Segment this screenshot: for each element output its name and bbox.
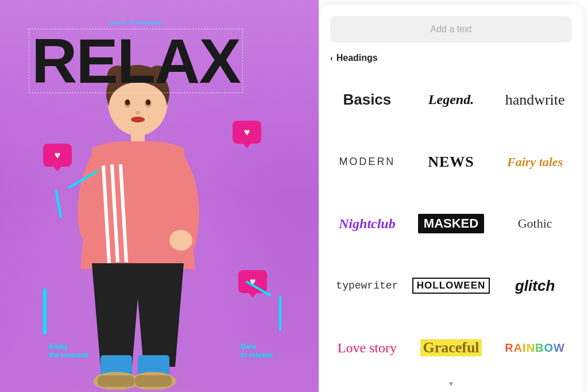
font-panel: Add a text ‹ Headings Basics Legend. han… [319, 5, 583, 392]
font-fairy-label: Fairy tales [507, 155, 563, 170]
back-arrow-icon: ‹ [330, 53, 333, 63]
font-item-gothic[interactable]: Gothic [498, 198, 572, 251]
font-item-rainbow[interactable]: RAINBOW [498, 321, 572, 374]
font-graceful-label: Graceful [420, 339, 481, 356]
font-item-basics[interactable]: Basics [330, 74, 404, 126]
font-item-love-story[interactable]: Love story [330, 321, 404, 374]
svg-point-15 [169, 230, 192, 251]
svg-point-10 [131, 117, 145, 122]
font-gothic-label: Gothic [518, 216, 552, 231]
person-photo [17, 51, 258, 392]
font-holloween-label: HOLLOWEEN [412, 278, 490, 294]
font-news-label: NEWS [428, 153, 474, 171]
scroll-indicator: ▼ [330, 374, 572, 388]
add-text-label: Add a text [430, 24, 471, 34]
heart-icon-1: ♥ [55, 149, 61, 162]
font-modern-label: MODERN [339, 156, 395, 168]
enjoy-label: Enjoythe moment [49, 343, 88, 360]
font-masked-label: Masked [424, 216, 478, 230]
design-canvas[interactable]: Sense of relaxation RELAX ♥ ♥ ♥ Enjoythe… [0, 0, 319, 392]
relax-text-element[interactable]: Sense of relaxation RELAX [29, 29, 243, 93]
cyan-bar [43, 289, 47, 335]
relax-text: RELAX [32, 29, 240, 93]
svg-rect-20 [98, 375, 134, 387]
svg-point-8 [146, 99, 150, 105]
font-nightclub-label: Nightclub [339, 216, 396, 232]
sense-label: Sense of relaxation [109, 19, 163, 26]
font-item-typewriter[interactable]: typewriter [330, 259, 404, 312]
font-item-fairy-tales[interactable]: Fairy tales [498, 136, 572, 189]
font-item-holloween[interactable]: HOLLOWEEN [409, 259, 494, 312]
font-item-graceful[interactable]: Graceful [409, 321, 494, 374]
headings-label: Headings [336, 53, 378, 63]
font-rainbow-label: RAINBOW [505, 341, 565, 355]
font-item-modern[interactable]: MODERN [330, 136, 404, 189]
heart-bubble-2: ♥ [233, 121, 261, 144]
font-item-nightclub[interactable]: Nightclub [330, 198, 404, 251]
font-styles-grid: Basics Legend. handwrite MODERN NEWS Fai… [330, 74, 572, 374]
chevron-down-icon: ▼ [448, 380, 455, 388]
font-glitch-label: glitch [515, 277, 555, 295]
font-item-masked[interactable]: Masked [409, 198, 494, 251]
font-item-handwrite[interactable]: handwrite [498, 74, 572, 126]
font-item-legend[interactable]: Legend. [409, 74, 494, 126]
heart-icon-2: ♥ [244, 126, 250, 139]
font-basics-label: Basics [343, 91, 391, 109]
add-text-bar[interactable]: Add a text [330, 16, 572, 43]
font-legend-label: Legend. [428, 92, 474, 107]
headings-back-button[interactable]: ‹ Headings [330, 53, 572, 63]
font-item-glitch[interactable]: glitch [498, 259, 572, 312]
cyan-line-4 [279, 296, 281, 330]
svg-point-7 [125, 99, 130, 105]
font-typewriter-label: typewriter [336, 280, 398, 291]
font-item-news[interactable]: NEWS [409, 136, 494, 189]
heart-bubble-1: ♥ [43, 144, 72, 167]
font-handwrite-label: handwrite [505, 91, 565, 109]
svg-point-9 [136, 111, 140, 114]
font-masked-bg: Masked [418, 214, 484, 233]
svg-rect-21 [135, 375, 172, 387]
font-love-story-label: Love story [338, 340, 397, 356]
dare-label: Dareto release [241, 343, 273, 360]
